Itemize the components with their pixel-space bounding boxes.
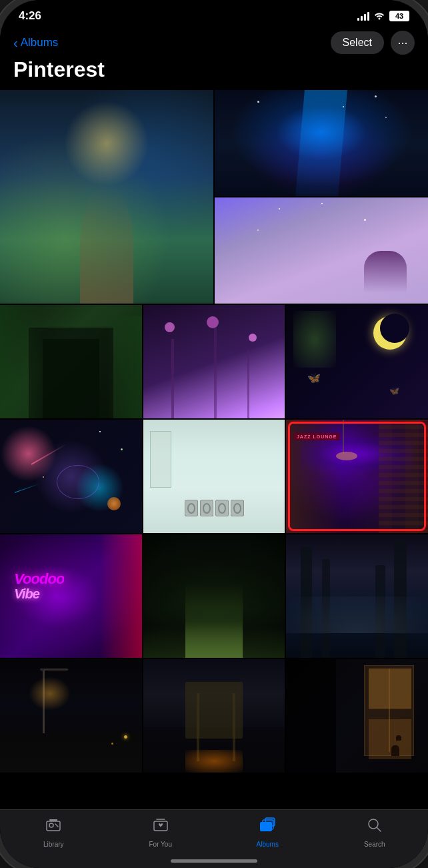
photo-row-5 xyxy=(0,659,428,773)
photo-dark-forest[interactable] xyxy=(286,534,428,658)
screen: 4:26 43 xyxy=(0,0,428,868)
signal-bar-4 xyxy=(367,12,369,21)
svg-rect-1 xyxy=(49,819,57,821)
svg-point-7 xyxy=(369,819,378,829)
photo-dark-building[interactable] xyxy=(0,305,142,418)
back-label: Albums xyxy=(21,36,59,49)
phone-frame: 4:26 43 xyxy=(0,0,428,868)
nav-row: ‹ Albums Select ··· xyxy=(13,31,415,55)
photo-grid: 🦋 🦋 xyxy=(0,90,428,773)
photo-purple-sky[interactable] xyxy=(215,197,428,304)
dynamic-island xyxy=(174,9,254,33)
tab-library-label: Library xyxy=(43,841,64,848)
photo-night-street[interactable] xyxy=(0,659,142,773)
wifi-icon xyxy=(373,11,385,22)
library-icon xyxy=(45,817,62,838)
photo-blue-magic[interactable] xyxy=(215,90,428,196)
signal-bars-icon xyxy=(357,11,369,21)
tab-search[interactable]: Search xyxy=(351,817,398,848)
page-title: Pinterest xyxy=(13,57,415,82)
status-icons: 43 xyxy=(357,11,409,22)
back-button[interactable]: ‹ Albums xyxy=(13,35,58,51)
photo-moon-moths[interactable]: 🦋 🦋 xyxy=(286,305,428,418)
photo-row-4: VoodooVibe xyxy=(0,534,428,658)
photo-row-1 xyxy=(0,90,428,304)
back-chevron-icon: ‹ xyxy=(13,35,18,51)
signal-bar-2 xyxy=(361,16,363,21)
nav-header: ‹ Albums Select ··· Pinterest xyxy=(0,28,428,90)
photo-pink-flowers[interactable] xyxy=(143,305,285,418)
photo-row-2: 🦋 🦋 xyxy=(0,305,428,418)
svg-point-2 xyxy=(49,823,53,827)
header-actions: Select ··· xyxy=(331,31,415,55)
status-time: 4:26 xyxy=(19,9,41,23)
photo-laundromat[interactable] xyxy=(143,420,285,533)
tab-albums[interactable]: Albums xyxy=(244,817,291,848)
photo-grid-container[interactable]: 🦋 🦋 xyxy=(0,90,428,807)
photo-cave[interactable] xyxy=(143,534,285,658)
tab-for-you-label: For You xyxy=(149,841,172,848)
search-icon xyxy=(366,817,383,838)
signal-bar-3 xyxy=(364,14,366,21)
photo-voodoo-vibe[interactable]: VoodooVibe xyxy=(0,534,142,658)
photo-jazz-lounge[interactable]: JAZZ LOUNGE xyxy=(286,420,428,533)
for-you-icon xyxy=(152,817,169,838)
tab-search-label: Search xyxy=(364,841,385,848)
tab-library[interactable]: Library xyxy=(30,817,77,848)
home-indicator xyxy=(171,859,257,863)
svg-rect-6 xyxy=(265,818,275,826)
photo-highway-sign[interactable] xyxy=(143,659,285,773)
photo-col-right xyxy=(215,90,428,304)
status-bar: 4:26 43 xyxy=(0,0,428,28)
photo-space-art[interactable] xyxy=(0,420,142,533)
photo-forest-path[interactable] xyxy=(0,90,213,304)
photo-row-3: JAZZ LOUNGE xyxy=(0,420,428,533)
tab-albums-label: Albums xyxy=(257,841,279,848)
more-button[interactable]: ··· xyxy=(391,31,415,55)
tab-for-you[interactable]: For You xyxy=(137,817,184,848)
albums-icon xyxy=(259,817,276,838)
battery-indicator: 43 xyxy=(389,11,409,21)
select-button[interactable]: Select xyxy=(331,31,384,54)
signal-bar-1 xyxy=(357,18,359,21)
photo-window-cat[interactable] xyxy=(286,659,428,773)
